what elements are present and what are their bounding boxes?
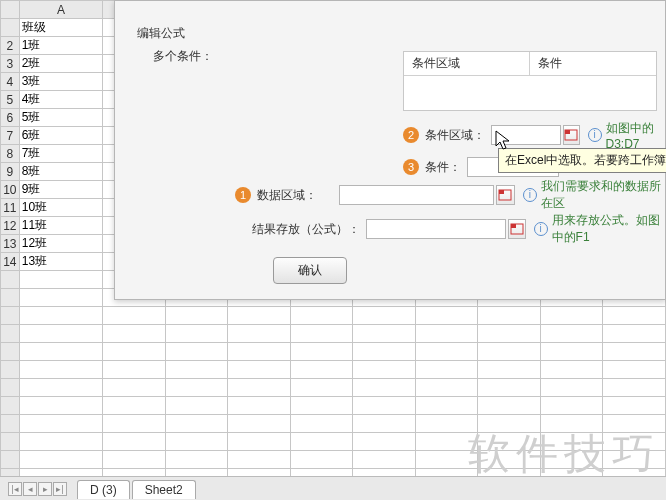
empty-cell[interactable] xyxy=(540,397,603,415)
empty-cell[interactable] xyxy=(19,307,102,325)
empty-cell[interactable] xyxy=(478,397,541,415)
empty-cell[interactable] xyxy=(103,451,166,469)
empty-cell[interactable] xyxy=(353,397,416,415)
empty-cell[interactable] xyxy=(228,415,291,433)
cell-class[interactable]: 9班 xyxy=(19,181,102,199)
row-header[interactable]: 2 xyxy=(1,37,20,55)
empty-cell[interactable] xyxy=(603,343,666,361)
empty-cell[interactable] xyxy=(415,415,478,433)
empty-cell[interactable] xyxy=(415,379,478,397)
row-header[interactable] xyxy=(1,361,20,379)
empty-cell[interactable] xyxy=(165,307,228,325)
empty-cell[interactable] xyxy=(165,361,228,379)
row-header[interactable]: 14 xyxy=(1,253,20,271)
empty-cell[interactable] xyxy=(603,451,666,469)
cell-class[interactable]: 11班 xyxy=(19,217,102,235)
empty-cell[interactable] xyxy=(415,397,478,415)
empty-cell[interactable] xyxy=(478,343,541,361)
empty-cell[interactable] xyxy=(290,325,353,343)
col-header-a[interactable]: A xyxy=(19,1,102,19)
empty-cell[interactable] xyxy=(478,361,541,379)
empty-cell[interactable] xyxy=(603,307,666,325)
cell-class[interactable]: 10班 xyxy=(19,199,102,217)
empty-cell[interactable] xyxy=(103,325,166,343)
info-icon[interactable]: i xyxy=(534,222,548,236)
empty-cell[interactable] xyxy=(165,343,228,361)
empty-cell[interactable] xyxy=(540,433,603,451)
cell-class[interactable]: 12班 xyxy=(19,235,102,253)
empty-cell[interactable] xyxy=(228,379,291,397)
empty-cell[interactable] xyxy=(353,379,416,397)
corner-cell[interactable] xyxy=(1,1,20,19)
empty-cell[interactable] xyxy=(540,307,603,325)
empty-cell[interactable] xyxy=(103,343,166,361)
row-header[interactable] xyxy=(1,379,20,397)
empty-cell[interactable] xyxy=(415,451,478,469)
row-header[interactable] xyxy=(1,271,20,289)
empty-cell[interactable] xyxy=(228,307,291,325)
row-header[interactable]: 13 xyxy=(1,235,20,253)
row-header[interactable] xyxy=(1,343,20,361)
empty-cell[interactable] xyxy=(103,433,166,451)
empty-cell[interactable] xyxy=(353,415,416,433)
empty-cell[interactable] xyxy=(290,361,353,379)
empty-cell[interactable] xyxy=(19,361,102,379)
cell-class[interactable]: 7班 xyxy=(19,145,102,163)
empty-cell[interactable] xyxy=(165,433,228,451)
cell-class[interactable]: 5班 xyxy=(19,109,102,127)
empty-cell[interactable] xyxy=(353,325,416,343)
empty-cell[interactable] xyxy=(19,271,102,289)
cell-class[interactable]: 3班 xyxy=(19,73,102,91)
nav-last-icon[interactable]: ▸| xyxy=(53,482,67,496)
cell-title[interactable]: 班级 xyxy=(19,19,102,37)
empty-cell[interactable] xyxy=(103,379,166,397)
empty-cell[interactable] xyxy=(290,379,353,397)
cell-class[interactable]: 1班 xyxy=(19,37,102,55)
empty-cell[interactable] xyxy=(19,397,102,415)
empty-cell[interactable] xyxy=(290,433,353,451)
empty-cell[interactable] xyxy=(228,451,291,469)
empty-cell[interactable] xyxy=(415,325,478,343)
empty-cell[interactable] xyxy=(478,433,541,451)
row-header[interactable] xyxy=(1,433,20,451)
empty-cell[interactable] xyxy=(478,307,541,325)
conditions-listbox[interactable]: 条件区域 条件 xyxy=(403,51,657,111)
sheet-tab-sheet2[interactable]: Sheet2 xyxy=(132,480,196,499)
empty-cell[interactable] xyxy=(353,307,416,325)
empty-cell[interactable] xyxy=(415,433,478,451)
row-header[interactable] xyxy=(1,415,20,433)
row-header[interactable]: 7 xyxy=(1,127,20,145)
empty-cell[interactable] xyxy=(103,307,166,325)
empty-cell[interactable] xyxy=(165,379,228,397)
cell-class[interactable]: 4班 xyxy=(19,91,102,109)
empty-cell[interactable] xyxy=(290,451,353,469)
empty-cell[interactable] xyxy=(103,415,166,433)
empty-cell[interactable] xyxy=(228,343,291,361)
empty-cell[interactable] xyxy=(290,307,353,325)
result-picker[interactable] xyxy=(508,219,526,239)
empty-cell[interactable] xyxy=(603,397,666,415)
row-header[interactable]: 9 xyxy=(1,163,20,181)
empty-cell[interactable] xyxy=(165,451,228,469)
empty-cell[interactable] xyxy=(165,325,228,343)
empty-cell[interactable] xyxy=(415,343,478,361)
row-header[interactable]: 5 xyxy=(1,91,20,109)
row-header[interactable] xyxy=(1,451,20,469)
row-header[interactable]: 8 xyxy=(1,145,20,163)
empty-cell[interactable] xyxy=(19,379,102,397)
cell-class[interactable]: 6班 xyxy=(19,127,102,145)
empty-cell[interactable] xyxy=(228,325,291,343)
empty-cell[interactable] xyxy=(103,361,166,379)
empty-cell[interactable] xyxy=(19,415,102,433)
row-header[interactable]: 3 xyxy=(1,55,20,73)
data-region-input[interactable] xyxy=(339,185,494,205)
empty-cell[interactable] xyxy=(290,415,353,433)
row-header[interactable]: 12 xyxy=(1,217,20,235)
info-icon[interactable]: i xyxy=(588,128,602,142)
empty-cell[interactable] xyxy=(353,433,416,451)
empty-cell[interactable] xyxy=(415,307,478,325)
empty-cell[interactable] xyxy=(540,415,603,433)
nav-prev-icon[interactable]: ◂ xyxy=(23,482,37,496)
empty-cell[interactable] xyxy=(103,397,166,415)
empty-cell[interactable] xyxy=(353,451,416,469)
